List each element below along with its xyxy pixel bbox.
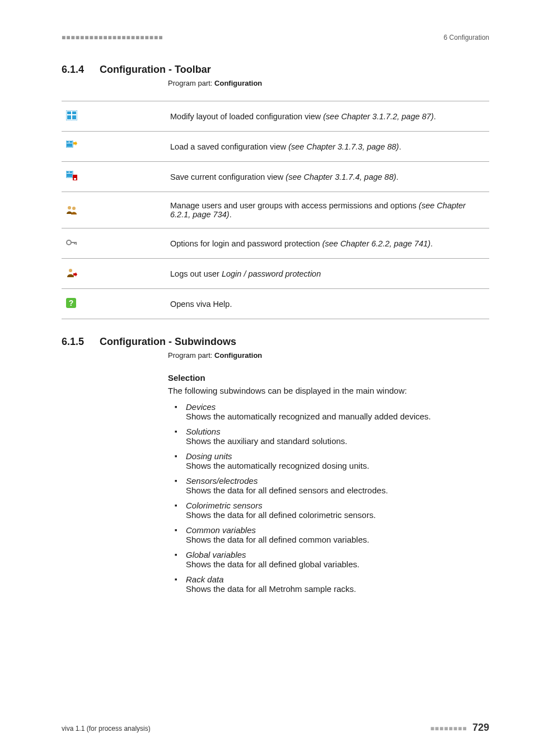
- section-number: 6.1.4: [62, 64, 84, 76]
- svg-point-15: [68, 206, 71, 209]
- section-number: 6.1.5: [62, 336, 84, 348]
- toolbar-desc: Logs out user Login / password protectio…: [166, 259, 489, 289]
- svg-rect-11: [69, 171, 72, 173]
- program-part-value: Configuration: [214, 79, 262, 87]
- toolbar-row: Manage users and user groups with access…: [62, 192, 489, 228]
- svg-rect-6: [67, 141, 69, 143]
- header-chapter: 6 Configuration: [444, 34, 489, 41]
- section-615-heading: 6.1.5 Configuration - Subwindows: [62, 336, 489, 348]
- list-item: Rack dataShows the data for all Metrohm …: [177, 575, 489, 594]
- svg-point-16: [72, 207, 76, 210]
- header-marks: ■■■■■■■■■■■■■■■■■■■■■■: [62, 34, 163, 41]
- toolbar-row: Options for login and password protectio…: [62, 228, 489, 259]
- svg-rect-8: [67, 143, 72, 147]
- section-title: Configuration - Subwindows: [100, 336, 236, 348]
- list-item: Global variablesShows the data for all d…: [177, 550, 489, 569]
- program-part-615: Program part: Configuration: [168, 351, 489, 360]
- svg-rect-4: [72, 115, 76, 119]
- program-part-label: Program part:: [168, 79, 214, 87]
- svg-rect-2: [72, 111, 76, 114]
- users-icon: [66, 204, 77, 214]
- toolbar-desc: Options for login and password protectio…: [166, 228, 489, 259]
- list-item: Dosing unitsShows the automatically reco…: [177, 451, 489, 470]
- toolbar-row: Modify layout of loaded configuration vi…: [62, 101, 489, 132]
- footer-left: viva 1.1 (for process analysis): [62, 725, 151, 732]
- svg-rect-1: [67, 111, 71, 114]
- page-footer: viva 1.1 (for process analysis) ■■■■■■■■…: [62, 722, 489, 734]
- toolbar-desc: Load a saved configuration view (see Cha…: [166, 132, 489, 162]
- program-part-label: Program part:: [168, 351, 214, 360]
- layout-icon: [66, 110, 77, 120]
- selection-heading: Selection: [168, 373, 489, 382]
- svg-rect-14: [74, 178, 76, 180]
- list-item: DevicesShows the automatically recognize…: [177, 402, 489, 421]
- svg-point-21: [69, 269, 72, 272]
- svg-rect-10: [67, 171, 69, 173]
- list-item: Colorimetric sensorsShows the data for a…: [177, 501, 489, 520]
- list-item: Common variablesShows the data for all d…: [177, 525, 489, 544]
- svg-rect-7: [69, 141, 72, 143]
- logout-icon: [66, 268, 77, 278]
- subwindow-list: DevicesShows the automatically recognize…: [168, 402, 489, 594]
- key-icon: [66, 237, 77, 248]
- svg-rect-3: [67, 115, 71, 119]
- page-number: 729: [472, 722, 489, 733]
- subwindows-content: Selection The following subwindows can b…: [168, 373, 489, 594]
- help-icon: ?: [66, 298, 77, 308]
- list-item: SolutionsShows the auxiliary and standar…: [177, 427, 489, 446]
- toolbar-row: Save current configuration view (see Cha…: [62, 162, 489, 192]
- footer-marks: ■■■■■■■■: [430, 725, 467, 732]
- program-part-value: Configuration: [214, 351, 262, 360]
- toolbar-desc: Manage users and user groups with access…: [166, 192, 489, 228]
- svg-rect-19: [76, 242, 77, 245]
- svg-text:?: ?: [69, 298, 74, 307]
- toolbar-table: Modify layout of loaded configuration vi…: [62, 101, 489, 319]
- toolbar-row: ? Opens viva Help.: [62, 289, 489, 319]
- load-view-icon: [66, 141, 77, 151]
- selection-intro: The following subwindows can be displaye…: [168, 386, 489, 395]
- toolbar-desc: Opens viva Help.: [166, 289, 489, 319]
- svg-rect-20: [74, 242, 75, 244]
- svg-rect-12: [67, 174, 72, 177]
- section-614-heading: 6.1.4 Configuration - Toolbar: [62, 64, 489, 76]
- program-part-614: Program part: Configuration: [168, 79, 489, 87]
- toolbar-row: Load a saved configuration view (see Cha…: [62, 132, 489, 162]
- footer-right: ■■■■■■■■ 729: [430, 722, 489, 734]
- toolbar-desc: Modify layout of loaded configuration vi…: [166, 101, 489, 132]
- page: ■■■■■■■■■■■■■■■■■■■■■■ 6 Configuration 6…: [0, 0, 534, 756]
- toolbar-row: Logs out user Login / password protectio…: [62, 259, 489, 289]
- save-view-icon: [66, 171, 77, 181]
- running-header: ■■■■■■■■■■■■■■■■■■■■■■ 6 Configuration: [62, 34, 489, 41]
- section-title: Configuration - Toolbar: [100, 64, 211, 76]
- toolbar-desc: Save current configuration view (see Cha…: [166, 162, 489, 192]
- svg-point-17: [67, 240, 71, 245]
- list-item: Sensors/electrodesShows the data for all…: [177, 476, 489, 495]
